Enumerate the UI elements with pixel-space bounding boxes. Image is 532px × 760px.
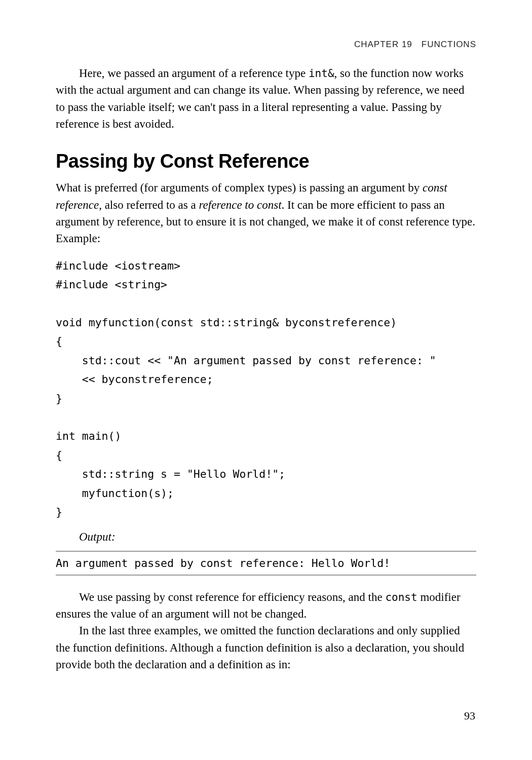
output-label: Output: xyxy=(56,528,476,545)
code-inline-intamp: int& xyxy=(309,67,334,80)
code-block-example: #include <iostream> #include <string> vo… xyxy=(56,256,476,522)
paragraph-declaration-note: In the last three examples, we omitted t… xyxy=(56,622,476,673)
running-head: CHAPTER 19 FUNCTIONS xyxy=(56,40,476,50)
paragraph-description: What is preferred (for arguments of comp… xyxy=(56,179,476,247)
paragraph-const-reason: We use passing by const reference for ef… xyxy=(56,589,476,623)
code-inline-const: const xyxy=(385,591,417,603)
chapter-label: CHAPTER 19 xyxy=(354,40,412,49)
output-box: An argument passed by const reference: H… xyxy=(56,551,476,576)
chapter-title: FUNCTIONS xyxy=(422,40,476,49)
output-line: An argument passed by const reference: H… xyxy=(56,557,476,569)
paragraph-intro: Here, we passed an argument of a referen… xyxy=(56,65,476,132)
section-heading: Passing by Const Reference xyxy=(56,150,476,172)
page-number: 93 xyxy=(464,709,475,723)
page: CHAPTER 19 FUNCTIONS Here, we passed an … xyxy=(0,0,532,760)
italic-reference-to-const: reference to const xyxy=(199,199,281,211)
